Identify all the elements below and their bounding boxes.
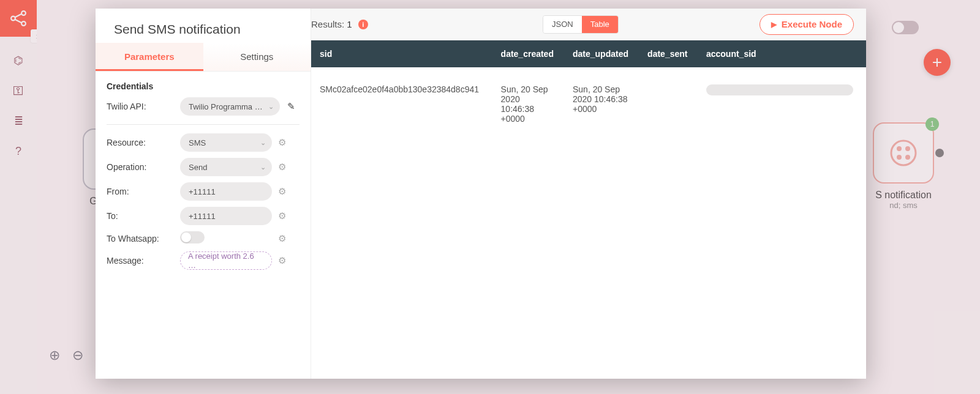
node-shape: 1 <box>873 122 934 184</box>
svg-point-8 <box>897 155 902 160</box>
zoom-controls: ⊕ ⊖ <box>49 348 83 363</box>
param-label: To Whatsapp: <box>107 234 180 243</box>
svg-point-9 <box>905 155 910 160</box>
param-from-row: From: +11111 ⚙ <box>107 182 300 201</box>
edit-credential-icon[interactable]: ✎ <box>287 101 295 112</box>
cell-sid: SMc02afce02e0f4a0bb130e32384d8c941 <box>311 67 492 141</box>
results-table-wrap: sid date_created date_updated date_sent … <box>311 40 866 379</box>
svg-point-6 <box>897 146 902 151</box>
node-success-badge: 1 <box>925 117 939 131</box>
app-sidebar: › ⌬ ⚿ ≣ ? <box>0 0 37 394</box>
cell-date-updated: Sun, 20 Sep 2020 10:46:38 +0000 <box>564 67 639 141</box>
modal-right-panel: Results: 1 i JSON Table ▶ Execute Node s… <box>311 9 866 379</box>
param-options-icon[interactable]: ⚙ <box>278 233 286 244</box>
node-title: S notification <box>858 190 949 201</box>
results-table: sid date_created date_updated date_sent … <box>311 40 866 141</box>
cell-date-created: Sun, 20 Sep 2020 10:46:38 +0000 <box>492 67 564 141</box>
param-label: From: <box>107 187 180 196</box>
view-json-button[interactable]: JSON <box>543 16 582 33</box>
svg-point-2 <box>21 21 26 26</box>
results-count: 1 <box>347 19 352 29</box>
app-logo: › <box>0 0 37 37</box>
param-options-icon[interactable]: ⚙ <box>278 186 286 197</box>
add-node-button[interactable]: + <box>924 49 951 76</box>
chevron-down-icon: ⌄ <box>260 163 266 171</box>
param-label: Message: <box>107 256 180 266</box>
execute-node-button[interactable]: ▶ Execute Node <box>760 14 854 35</box>
svg-line-4 <box>15 20 21 23</box>
operation-value: Send <box>189 163 207 172</box>
credential-label: Twilio API: <box>107 102 180 111</box>
svg-point-1 <box>21 11 26 15</box>
param-options-icon[interactable]: ⚙ <box>278 162 286 173</box>
param-options-icon[interactable]: ⚙ <box>278 137 286 148</box>
canvas-node-right[interactable]: 1 S notification nd; sms <box>858 122 949 210</box>
twilio-icon <box>889 139 918 167</box>
from-value: +11111 <box>189 187 216 196</box>
th-account-sid: account_sid <box>698 40 866 67</box>
cell-date-sent <box>639 67 698 141</box>
param-options-icon[interactable]: ⚙ <box>278 255 286 266</box>
node-output-port[interactable] <box>935 149 944 157</box>
results-info-icon[interactable]: i <box>358 20 368 29</box>
message-value: A receipt worth 2.6 … <box>188 251 264 270</box>
modal-left-panel: Send SMS notification Parameters Setting… <box>96 9 311 379</box>
to-input[interactable]: +11111 <box>180 207 272 225</box>
towhatsapp-toggle[interactable] <box>180 231 205 243</box>
resource-select[interactable]: SMS⌄ <box>180 133 272 152</box>
sidebar-help-icon[interactable]: ? <box>15 145 21 158</box>
from-input[interactable]: +11111 <box>180 182 272 201</box>
svg-point-7 <box>905 146 910 151</box>
sidebar-tasks-icon[interactable]: ≣ <box>14 114 23 128</box>
modal-tabs: Parameters Settings <box>96 43 311 72</box>
param-label: Resource: <box>107 138 180 147</box>
sidebar-workflow-icon[interactable]: ⌬ <box>13 54 23 67</box>
modal-title: Send SMS notification <box>96 9 311 43</box>
svg-point-0 <box>11 17 15 21</box>
to-value: +11111 <box>189 212 216 221</box>
credential-value: Twilio Programma … <box>189 102 263 111</box>
cell-account-sid <box>698 67 866 141</box>
node-subtitle: nd; sms <box>858 201 949 210</box>
th-date-sent: date_sent <box>639 40 698 67</box>
view-switch: JSON Table <box>543 15 619 34</box>
param-label: To: <box>107 211 180 221</box>
workflow-active-toggle[interactable] <box>892 21 919 34</box>
param-message-row: Message: A receipt worth 2.6 … ⚙ <box>107 251 300 270</box>
results-label-text: Results: <box>311 19 344 29</box>
param-options-icon[interactable]: ⚙ <box>278 210 286 221</box>
param-towhatsapp-row: To Whatsapp: ⚙ <box>107 231 300 245</box>
parameters-panel: Credentials Twilio API: Twilio Programma… <box>96 72 311 276</box>
svg-point-5 <box>891 141 916 165</box>
message-expression-input[interactable]: A receipt worth 2.6 … <box>180 251 272 270</box>
credential-select[interactable]: Twilio Programma … ⌄ <box>180 97 280 116</box>
th-sid: sid <box>311 40 492 67</box>
param-label: Operation: <box>107 162 180 172</box>
account-sid-redacted <box>706 84 853 95</box>
tab-settings[interactable]: Settings <box>203 43 311 71</box>
param-to-row: To: +11111 ⚙ <box>107 207 300 225</box>
th-date-updated: date_updated <box>564 40 639 67</box>
param-resource-row: Resource: SMS⌄ ⚙ <box>107 133 300 152</box>
sidebar-key-icon[interactable]: ⚿ <box>13 84 24 97</box>
logo-icon <box>8 8 29 29</box>
node-editor-modal: ✕ Send SMS notification Parameters Setti… <box>96 9 866 379</box>
table-row: SMc02afce02e0f4a0bb130e32384d8c941 Sun, … <box>311 67 866 141</box>
zoom-in-icon[interactable]: ⊕ <box>49 348 60 363</box>
results-label: Results: 1 <box>311 19 352 29</box>
zoom-out-icon[interactable]: ⊖ <box>72 348 83 363</box>
th-date-created: date_created <box>492 40 564 67</box>
operation-select[interactable]: Send⌄ <box>180 158 272 176</box>
execute-label: Execute Node <box>782 19 842 29</box>
credential-row: Twilio API: Twilio Programma … ⌄ ✎ <box>107 97 300 116</box>
credentials-section-label: Credentials <box>107 81 300 91</box>
tab-parameters[interactable]: Parameters <box>96 43 203 71</box>
view-table-button[interactable]: Table <box>582 16 618 33</box>
chevron-down-icon: ⌄ <box>260 139 266 147</box>
resource-value: SMS <box>189 138 206 147</box>
divider <box>107 124 300 125</box>
param-operation-row: Operation: Send⌄ ⚙ <box>107 158 300 176</box>
results-bar: Results: 1 i JSON Table ▶ Execute Node <box>311 9 866 40</box>
chevron-down-icon: ⌄ <box>268 103 274 111</box>
play-icon: ▶ <box>771 20 777 29</box>
